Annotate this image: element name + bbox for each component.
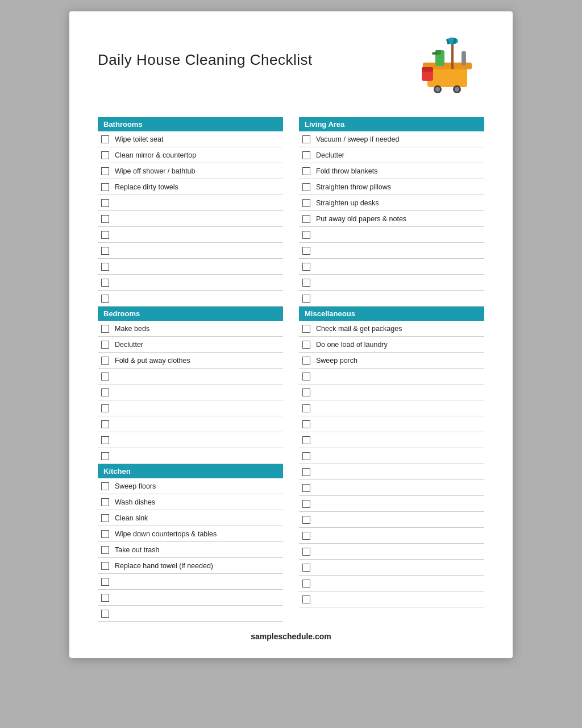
checkbox[interactable]	[101, 325, 109, 333]
checkbox[interactable]	[302, 199, 310, 207]
checkbox[interactable]	[302, 325, 310, 333]
checkbox[interactable]	[101, 436, 109, 444]
col-left: Bathrooms Wipe toilet seat Clean mirror …	[98, 117, 283, 622]
checkbox[interactable]	[302, 388, 310, 396]
checkbox[interactable]	[101, 263, 109, 271]
page-title: Daily House Cleaning Checklist	[98, 51, 313, 69]
svg-point-6	[455, 87, 459, 92]
checkbox[interactable]	[302, 167, 310, 175]
checkbox[interactable]	[101, 373, 109, 380]
checkbox[interactable]	[101, 420, 109, 428]
item-label: Vacuum / sweep if needed	[316, 135, 399, 143]
checkbox[interactable]	[101, 610, 109, 618]
item-label: Replace dirty towels	[115, 183, 178, 191]
list-item-empty	[98, 574, 283, 590]
title-area: Daily House Cleaning Checklist	[98, 34, 313, 69]
item-label: Declutter	[115, 341, 143, 349]
checkbox[interactable]	[302, 580, 310, 588]
checkbox[interactable]	[101, 341, 109, 349]
checkbox[interactable]	[101, 482, 109, 490]
checkbox[interactable]	[101, 530, 109, 538]
list-item: Straighten up desks	[299, 195, 484, 211]
checkbox[interactable]	[302, 532, 310, 540]
checkbox[interactable]	[302, 295, 310, 303]
checkbox[interactable]	[302, 564, 310, 572]
checkbox[interactable]	[101, 151, 109, 159]
checkbox[interactable]	[302, 357, 310, 365]
checkbox[interactable]	[101, 167, 109, 175]
checkbox[interactable]	[101, 279, 109, 287]
list-item: Wipe off shower / bathtub	[98, 163, 283, 179]
checkbox[interactable]	[302, 484, 310, 492]
checkbox[interactable]	[101, 231, 109, 239]
checkbox[interactable]	[101, 498, 109, 506]
section-miscellaneous: Miscellaneous Check mail & get packages …	[299, 307, 484, 607]
item-label: Fold & put away clothes	[115, 357, 190, 365]
list-item: Check mail & get packages	[299, 321, 484, 337]
living-area-header: Living Area	[299, 117, 484, 131]
checkbox[interactable]	[302, 420, 310, 428]
svg-rect-2	[462, 51, 466, 65]
list-item-empty	[98, 259, 283, 275]
checkbox[interactable]	[302, 231, 310, 239]
list-item-empty	[299, 416, 484, 432]
checkbox[interactable]	[101, 295, 109, 303]
item-label: Check mail & get packages	[316, 325, 402, 333]
checkbox[interactable]	[101, 215, 109, 223]
list-item: Wipe down countertops & tables	[98, 526, 283, 542]
list-item-empty	[98, 416, 283, 432]
item-label: Clean mirror & countertop	[115, 151, 196, 159]
checkbox[interactable]	[302, 215, 310, 223]
list-item-empty	[98, 400, 283, 416]
list-item-empty	[299, 275, 484, 291]
checkbox[interactable]	[302, 373, 310, 380]
checkbox[interactable]	[101, 514, 109, 522]
list-item: Wipe toilet seat	[98, 131, 283, 147]
section-bedrooms: Bedrooms Make beds Declutter Fold & put …	[98, 307, 283, 464]
item-label: Straighten throw pillows	[316, 183, 391, 191]
checkbox[interactable]	[302, 548, 310, 556]
checkbox[interactable]	[302, 247, 310, 255]
checkbox[interactable]	[302, 341, 310, 349]
checkbox[interactable]	[101, 388, 109, 396]
checkbox[interactable]	[101, 452, 109, 460]
list-item: Fold throw blankets	[299, 163, 484, 179]
checkbox[interactable]	[302, 468, 310, 476]
list-item-empty	[299, 576, 484, 592]
checkbox[interactable]	[302, 135, 310, 143]
checkbox[interactable]	[302, 595, 310, 603]
list-item-empty	[98, 369, 283, 384]
checkbox[interactable]	[302, 452, 310, 460]
checkbox[interactable]	[101, 357, 109, 365]
checkbox[interactable]	[101, 199, 109, 207]
list-item-empty	[299, 544, 484, 560]
list-item: Clean sink	[98, 510, 283, 526]
section-kitchen: Kitchen Sweep floors Wash dishes Clean s…	[98, 464, 283, 622]
list-item-empty	[299, 291, 484, 307]
checkbox[interactable]	[302, 151, 310, 159]
checkbox[interactable]	[302, 263, 310, 271]
checkbox[interactable]	[302, 516, 310, 524]
item-label: Do one load of laundry	[316, 341, 388, 349]
col-right: Living Area Vacuum / sweep if needed Dec…	[299, 117, 484, 622]
list-item: Replace hand towel (if needed)	[98, 558, 283, 574]
checkbox[interactable]	[302, 183, 310, 191]
checkbox[interactable]	[101, 578, 109, 586]
checkbox[interactable]	[101, 135, 109, 143]
item-label: Put away old papers & notes	[316, 215, 406, 223]
checkbox[interactable]	[101, 247, 109, 255]
checkbox[interactable]	[101, 404, 109, 412]
checkbox[interactable]	[101, 183, 109, 191]
checkbox[interactable]	[302, 436, 310, 444]
checkbox[interactable]	[302, 404, 310, 412]
item-label: Sweep porch	[316, 357, 357, 365]
svg-point-4	[435, 87, 440, 92]
checkbox[interactable]	[302, 500, 310, 508]
svg-rect-11	[450, 38, 452, 44]
list-item-empty	[299, 384, 484, 400]
checkbox[interactable]	[101, 546, 109, 554]
checkbox[interactable]	[302, 279, 310, 287]
checkbox[interactable]	[101, 562, 109, 570]
checkbox[interactable]	[101, 594, 109, 602]
list-item: Sweep floors	[98, 478, 283, 494]
